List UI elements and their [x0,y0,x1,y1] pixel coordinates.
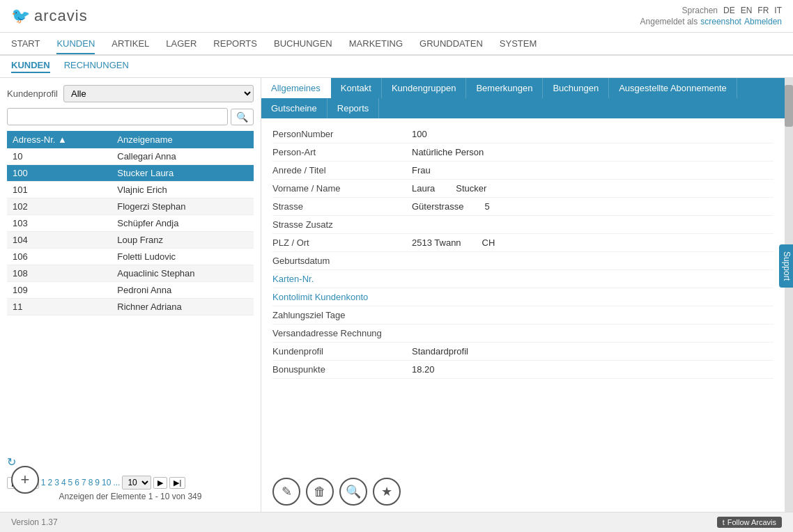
tab-gutscheine[interactable]: Gutscheine [261,98,328,118]
table-row[interactable]: 106Foletti Ludovic [7,249,254,265]
page-1[interactable]: 1 [41,478,46,487]
nav-lager[interactable]: LAGER [166,38,197,54]
page-3[interactable]: 3 [54,478,59,487]
filter-row: Kundenprofil Alle Standard VIP [7,85,254,102]
cell-id: 106 [7,249,111,265]
tab-kontakt[interactable]: Kontakt [331,78,382,98]
detail-content: PersonNumber100Person-ArtNatürliche Pers… [261,118,785,471]
star-button[interactable]: ★ [373,478,401,506]
cell-name: Flogerzi Stephan [111,198,254,215]
main-nav: START KUNDEN ARTIKEL LAGER REPORTS BUCHU… [0,33,793,56]
search-button[interactable]: 🔍 [231,109,254,125]
page-5[interactable]: 5 [68,478,73,487]
detail-row: PersonNumber100 [272,125,773,143]
screenshot-link[interactable]: screenshot [700,17,741,26]
table-row[interactable]: 101Vlajnic Erich [7,182,254,198]
page-7[interactable]: 7 [82,478,86,487]
tab-abonnemente[interactable]: Ausgestellte Abonnemente [609,78,737,98]
subnav-kunden[interactable]: KUNDEN [11,60,50,73]
col-name[interactable]: Anzeigename [111,131,254,148]
refresh-icon[interactable]: ↻ [7,455,254,469]
nav-grunddaten[interactable]: GRUNDDATEN [419,38,483,54]
page-size-select[interactable]: 10 25 50 [122,476,151,490]
table-row[interactable]: 11Richner Adriana [7,299,254,315]
detail-row: Strasse Zusatz [272,216,773,234]
nav-kunden[interactable]: KUNDEN [56,38,95,54]
support-tab[interactable]: Support [779,244,793,288]
page-8[interactable]: 8 [88,478,93,487]
tab-reports[interactable]: Reports [328,98,380,118]
scrollbar-thumb[interactable] [785,85,793,127]
col-id[interactable]: Adress-Nr. ▲ [7,131,111,148]
table-row[interactable]: 100Stucker Laura [7,165,254,182]
detail-row: StrasseGüterstrasse5 [272,198,773,216]
nav-marketing[interactable]: MARKETING [349,38,403,54]
field-value-container: Standardprofil [412,346,468,357]
nav-start[interactable]: START [11,38,40,54]
add-button-container: + [11,466,39,494]
last-page-button[interactable]: ▶| [169,477,185,489]
lang-it[interactable]: IT [774,6,782,15]
field-value-container: 100 [412,129,427,139]
nav-buchungen[interactable]: BUCHUNGEN [274,38,332,54]
add-button[interactable]: + [11,466,39,494]
tab-kundengruppen[interactable]: Kundengruppen [382,78,467,98]
cell-id: 10 [7,148,111,165]
nav-artikel[interactable]: ARTIKEL [111,38,149,54]
header-right: Sprachen DE EN FR IT Angemeldet als scre… [640,6,782,26]
tab-bemerkungen[interactable]: Bemerkungen [466,78,543,98]
table-row[interactable]: 103Schüpfer Andja [7,215,254,232]
tabs-row-1: Allgemeines Kontakt Kundengruppen Bemerk… [261,78,785,98]
field-value2: 5 [484,201,489,212]
right-panel: Allgemeines Kontakt Kundengruppen Bemerk… [261,78,785,513]
cell-id: 109 [7,282,111,299]
page-2[interactable]: 2 [48,478,53,487]
lang-de[interactable]: DE [723,6,735,15]
field-label[interactable]: Kontolimit Kundenkonto [272,292,412,302]
page-6[interactable]: 6 [75,478,79,487]
cell-name: Richner Adriana [111,299,254,315]
angemeldet-row: Angemeldet als screenshot Abmelden [640,17,782,26]
field-value2: Stucker [456,183,486,194]
pagination-info: Anzeigen der Elemente 1 - 10 von 349 [7,492,254,501]
filter-select[interactable]: Alle Standard VIP [63,85,254,102]
subnav-rechnungen[interactable]: RECHNUNGEN [64,60,129,73]
bottom-actions: ✎ 🗑 🔍 ★ [261,471,785,513]
nav-system[interactable]: SYSTEM [500,38,537,54]
table-row[interactable]: 10Callegari Anna [7,148,254,165]
abmelden-link[interactable]: Abmelden [744,17,782,26]
search-row: 🔍 [7,108,254,125]
field-value: Laura [412,183,435,194]
edit-button[interactable]: ✎ [272,478,300,506]
delete-button[interactable]: 🗑 [306,478,334,506]
page-4[interactable]: 4 [61,478,66,487]
page-10[interactable]: 10 [102,478,111,487]
tab-allgemeines[interactable]: Allgemeines [261,78,331,98]
sprachen-label: Sprachen [682,6,718,15]
search-input[interactable] [7,108,228,125]
table-row[interactable]: 109Pedroni Anna [7,282,254,299]
logo-text: arcavis [34,7,88,25]
page-9[interactable]: 9 [95,478,100,487]
field-label[interactable]: Karten-Nr. [272,274,412,284]
cell-id: 101 [7,182,111,198]
logo: 🐦 arcavis [11,7,88,25]
tab-buchungen[interactable]: Buchungen [543,78,609,98]
cell-name: Callegari Anna [111,148,254,165]
language-row: Sprachen DE EN FR IT [640,6,782,15]
table-row[interactable]: 104Loup Franz [7,232,254,249]
next-page-button[interactable]: ▶ [153,477,167,489]
table-row[interactable]: 108Aquaclinic Stephan [7,265,254,282]
lang-en[interactable]: EN [741,6,753,15]
header: 🐦 arcavis Sprachen DE EN FR IT Angemelde… [0,0,793,33]
left-bottom-area: ↻ |◀ ◀ 1 2 3 4 5 6 7 8 9 10 ... [7,455,254,506]
lang-fr[interactable]: FR [757,6,769,15]
nav-reports[interactable]: REPORTS [213,38,257,54]
scrollbar[interactable] [785,78,793,513]
cell-id: 104 [7,232,111,249]
cell-id: 102 [7,198,111,215]
search-detail-button[interactable]: 🔍 [339,478,367,506]
field-value-container: Güterstrasse5 [412,201,490,212]
page-ellipsis: ... [113,478,120,487]
table-row[interactable]: 102Flogerzi Stephan [7,198,254,215]
